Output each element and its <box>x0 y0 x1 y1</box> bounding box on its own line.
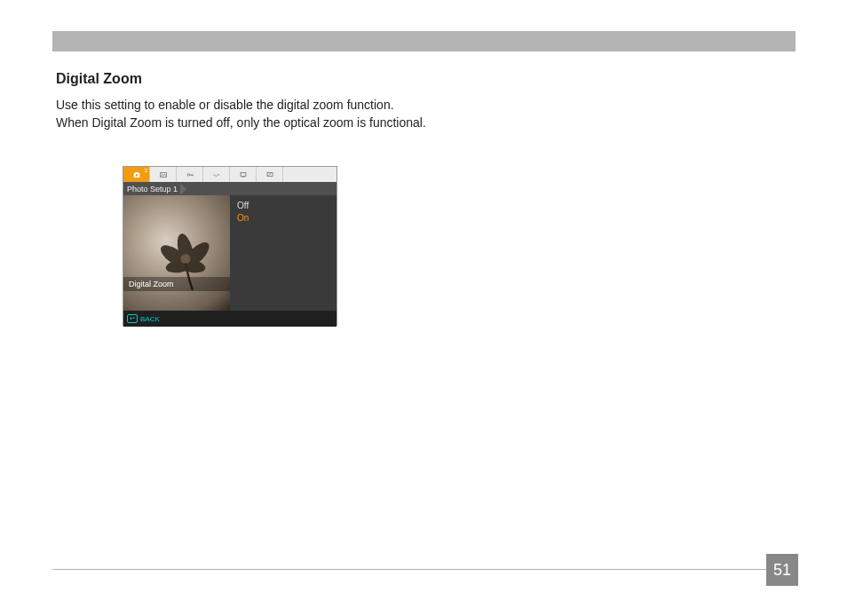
section-text: Use this setting to enable or disable th… <box>56 96 429 132</box>
options-list: Off On <box>230 195 336 311</box>
tab-key[interactable] <box>177 167 203 182</box>
edit-icon <box>265 170 274 179</box>
tab-camera[interactable]: 2 <box>123 167 150 182</box>
tab-wave[interactable] <box>203 167 230 182</box>
tab-screen[interactable] <box>230 167 257 182</box>
key-icon <box>186 170 194 179</box>
footer-divider <box>52 569 789 570</box>
tab-badge: 2 <box>145 168 147 173</box>
svg-point-0 <box>135 174 138 177</box>
camera-icon <box>132 170 141 179</box>
tab-photo[interactable] <box>150 167 177 182</box>
tab-edit[interactable] <box>257 167 283 182</box>
svg-rect-5 <box>242 177 244 178</box>
page-number: 51 <box>773 561 791 580</box>
photo-icon <box>159 170 168 179</box>
svg-point-12 <box>180 254 190 264</box>
back-icon: ↩ <box>127 314 138 323</box>
setting-label: Digital Zoom <box>129 280 174 288</box>
breadcrumb-text: Photo Setup 1 <box>127 185 178 193</box>
wave-icon <box>212 170 221 179</box>
back-bar[interactable]: ↩ BACK <box>123 311 336 327</box>
svg-point-3 <box>187 173 190 176</box>
svg-point-2 <box>162 173 162 174</box>
screen-icon <box>239 170 248 179</box>
content-block: Digital Zoom Use this setting to enable … <box>56 71 429 132</box>
main-area: Digital Zoom Off On <box>123 195 336 311</box>
header-bar <box>52 31 796 51</box>
breadcrumb-bar: Photo Setup 1 <box>123 182 336 195</box>
svg-rect-4 <box>241 172 246 176</box>
preview-image: Digital Zoom <box>123 195 230 311</box>
option-off[interactable]: Off <box>237 201 329 210</box>
section-title: Digital Zoom <box>56 71 429 87</box>
tab-bar: 2 <box>123 167 336 182</box>
setting-label-bar: Digital Zoom <box>123 277 230 291</box>
chevron-right-icon <box>180 183 186 195</box>
page-number-box: 51 <box>766 554 798 586</box>
option-on[interactable]: On <box>237 213 329 223</box>
back-label: BACK <box>140 315 160 323</box>
camera-screenshot: 2 Photo Setup 1 <box>123 166 337 326</box>
